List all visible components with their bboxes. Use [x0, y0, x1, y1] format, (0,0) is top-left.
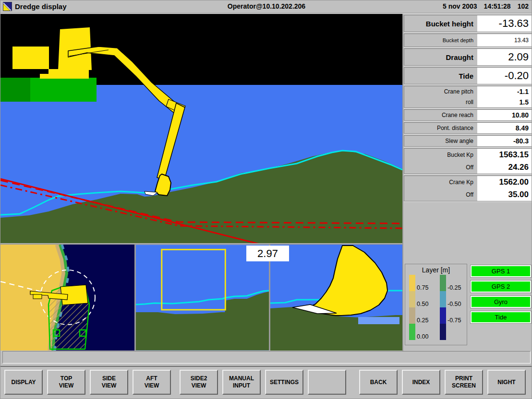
legend-swatch	[409, 307, 415, 324]
status-gps2-label: GPS 2	[472, 282, 530, 292]
crane-counterweight	[12, 47, 49, 69]
readout-group: Draught 2.09	[404, 48, 532, 66]
readout-value: -1.1	[477, 88, 532, 95]
readout-value: 1563.15	[477, 150, 532, 160]
readout-row: Crane reach 10.80	[404, 110, 532, 120]
status-tide-label: Tide	[472, 312, 530, 322]
date-text: 5 nov 2003	[443, 2, 477, 10]
readout-group: Tide -0.20	[404, 67, 532, 84]
readout-value: 24.26	[477, 163, 532, 172]
aft-view-mini	[270, 245, 402, 351]
legend-label: 0.50	[417, 301, 428, 307]
legend-entry: 0.25	[409, 307, 436, 324]
pontoon-side-dark	[0, 78, 30, 102]
toolbar: DISPLAY TOP VIEW SIDE VIEW AFT VIEW SIDE…	[0, 366, 532, 399]
manual-input-button[interactable]: MANUAL INPUT	[222, 370, 261, 395]
readout-label: Off	[404, 161, 477, 174]
readout-row: Crane Kp 1562.00	[404, 176, 532, 188]
legend-label: -0.75	[447, 317, 461, 324]
side2-view-button[interactable]: SIDE2 VIEW	[180, 370, 218, 395]
readout-label: Crane reach	[404, 110, 477, 120]
time-text: 14:51:28	[484, 2, 511, 10]
readout-row: Bucket Kp 1563.15	[404, 149, 532, 161]
readout-group: Pont. distance 8.49	[404, 122, 532, 134]
readout-group: Crane reach 10.80	[404, 109, 532, 121]
readout-group: Bucket Kp 1563.15 Off 24.26	[404, 148, 532, 174]
print-screen-button[interactable]: PRINT SCREEN	[445, 370, 483, 395]
night-button[interactable]: NIGHT	[487, 370, 526, 395]
legend-swatch	[409, 324, 415, 340]
readout-label: Bucket Kp	[404, 149, 477, 161]
legend-label: 0.25	[417, 317, 428, 324]
readout-label: Draught	[404, 49, 477, 65]
readout-label: Slew angle	[404, 136, 477, 146]
legend-entry: 0.75	[409, 275, 436, 291]
mini-view-panel: 2.97	[0, 244, 402, 351]
status-gyro[interactable]: Gyro	[470, 295, 532, 308]
readout-label: Pont. distance	[404, 123, 477, 133]
counter-text: 102	[518, 2, 529, 10]
readout-value: 35.00	[477, 190, 532, 200]
readout-row: Pont. distance 8.49	[404, 123, 532, 133]
top-view-mini	[0, 245, 134, 351]
readout-value: 10.80	[477, 111, 532, 119]
readout-value: -0.20	[477, 70, 532, 82]
status-gps1-label: GPS 1	[472, 266, 530, 276]
legend-entry	[440, 324, 467, 340]
settings-button[interactable]: SETTINGS	[265, 370, 303, 395]
legend-column-negative: -0.25 -0.50 -0.75	[436, 275, 467, 340]
sensor-status-panel: GPS 1 GPS 2 Gyro Tide	[470, 265, 532, 326]
blank-button[interactable]	[308, 370, 346, 395]
legend-entry: -0.25	[440, 275, 467, 291]
crane-base	[48, 69, 89, 79]
datetime: 5 nov 200314:51:28102	[436, 2, 529, 10]
status-gps2[interactable]: GPS 2	[470, 280, 532, 293]
plan-boom-notch	[33, 294, 42, 299]
index-button[interactable]: INDEX	[402, 370, 440, 395]
readout-row: Off 24.26	[404, 161, 532, 174]
readout-label: Crane pitch	[404, 86, 477, 97]
legend-label: 0.75	[417, 285, 428, 291]
crane-foot	[40, 74, 49, 79]
readout-value: 1562.00	[477, 177, 532, 187]
top-view-button[interactable]: TOP VIEW	[47, 370, 85, 395]
readout-label: Tide	[404, 68, 477, 84]
dredged-trench	[358, 317, 399, 324]
readout-value: 1.5	[477, 98, 532, 106]
readout-label: roll	[404, 97, 477, 107]
readout-value: 13.43	[477, 37, 532, 44]
legend-label: 0.00	[417, 334, 428, 340]
readout-group: Slew angle -80.3	[404, 135, 532, 147]
readout-label: Bucket height	[404, 15, 477, 32]
readout-group: Crane pitch -1.1 roll 1.5	[404, 86, 532, 108]
readout-row: Draught 2.09	[404, 49, 532, 65]
legend-swatch	[440, 307, 446, 324]
readout-value: 2.09	[477, 51, 532, 63]
legend-column-positive: 0.75 0.50 0.25 0.00	[405, 275, 436, 340]
status-gps1[interactable]: GPS 1	[470, 265, 532, 278]
readout-row: Bucket height -13.63	[404, 15, 532, 32]
legend-entry: -0.75	[440, 307, 467, 324]
status-message-bar	[2, 351, 531, 364]
dredge-display-window: Dredge display Operator@10.10.202.206 5 …	[0, 0, 532, 399]
readout-row: Off 35.00	[404, 188, 532, 201]
display-button[interactable]: DISPLAY	[4, 370, 43, 395]
readout-label: Bucket depth	[404, 34, 477, 47]
legend-title: Layer [m]	[405, 266, 467, 274]
aft-view-button[interactable]: AFT VIEW	[133, 370, 171, 395]
readout-group: Bucket height -13.63	[404, 15, 532, 32]
status-tide[interactable]: Tide	[470, 311, 532, 324]
readout-group: Bucket depth 13.43	[404, 34, 532, 47]
readout-row: Slew angle -80.3	[404, 136, 532, 146]
readout-value: 8.49	[477, 124, 532, 132]
readout-label: Off	[404, 188, 477, 201]
bucket-distance-label: 2.97	[246, 246, 289, 261]
side-view-button[interactable]: SIDE VIEW	[90, 370, 128, 395]
legend-entry: 0.00	[409, 324, 436, 340]
readout-value: -13.63	[477, 17, 532, 30]
back-button[interactable]: BACK	[359, 370, 398, 395]
title-bar: Dredge display Operator@10.10.202.206 5 …	[0, 0, 532, 13]
legend-label: -0.50	[447, 301, 461, 307]
readout-group: Crane Kp 1562.00 Off 35.00	[404, 176, 532, 201]
legend-swatch	[409, 275, 415, 291]
